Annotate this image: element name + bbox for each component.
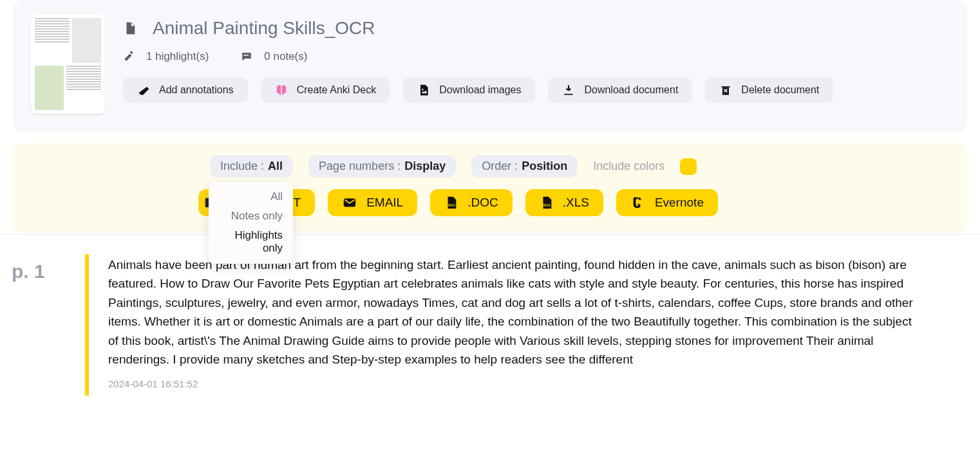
export-doc-label: .DOC (467, 196, 498, 210)
page-numbers-filter[interactable]: Page numbers : Display (308, 155, 456, 178)
email-icon (342, 196, 357, 210)
page-numbers-label: Page numbers : (319, 160, 400, 173)
trash-icon (719, 84, 732, 97)
title-row: Animal Painting Skills_OCR (123, 18, 949, 39)
svg-text:DOC: DOC (448, 203, 455, 207)
document-thumbnail[interactable] (31, 14, 105, 114)
marker-icon (137, 84, 150, 97)
evernote-icon (630, 196, 646, 210)
pdf-file-icon (123, 20, 137, 37)
svg-text:DOC: DOC (543, 203, 551, 207)
export-doc-button[interactable]: DOC .DOC (430, 189, 513, 216)
include-filter-value: All (268, 160, 283, 173)
create-anki-label: Create Anki Deck (297, 84, 377, 96)
doc-file-icon: DOC (444, 196, 458, 210)
order-filter[interactable]: Order : Position (471, 155, 578, 178)
export-email-label: EMAIL (366, 196, 403, 210)
brain-icon (275, 84, 288, 97)
highlight-text: Animals have been part of human art from… (108, 255, 916, 369)
svg-rect-0 (244, 55, 249, 56)
document-header-card: Animal Painting Skills_OCR 1 highlight(s… (13, 0, 967, 132)
add-annotations-label: Add annotations (159, 84, 234, 96)
include-colors-label: Include colors (593, 160, 664, 173)
download-images-button[interactable]: Download images (403, 77, 535, 103)
download-icon (562, 84, 575, 97)
highlighter-icon (123, 51, 135, 62)
export-evernote-label: Evernote (655, 196, 704, 210)
svg-point-1 (422, 89, 424, 91)
page-numbers-value: Display (404, 160, 446, 173)
export-xls-button[interactable]: DOC .XLS (525, 189, 603, 216)
download-images-label: Download images (439, 84, 521, 96)
include-dropdown: All Notes only Highlights only (209, 182, 293, 264)
note-icon (241, 51, 252, 62)
color-swatch-yellow[interactable] (680, 158, 697, 175)
order-label: Order : (482, 160, 518, 173)
dropdown-item-notes-only[interactable]: Notes only (209, 207, 293, 226)
dropdown-item-highlights-only[interactable]: Highlights only (209, 226, 293, 259)
xls-file-icon: DOC (540, 196, 554, 210)
delete-document-button[interactable]: Delete document (705, 77, 833, 103)
download-document-label: Download document (584, 84, 678, 96)
add-annotations-button[interactable]: Add annotations (123, 77, 248, 103)
highlights-count: 1 highlight(s) (146, 50, 209, 63)
export-evernote-button[interactable]: Evernote (616, 189, 718, 216)
highlight-timestamp: 2024-04-01 16:51:52 (108, 378, 916, 389)
document-title: Animal Painting Skills_OCR (153, 18, 375, 39)
include-filter-label: Include : (220, 160, 264, 173)
notes-count: 0 note(s) (264, 50, 307, 63)
order-value: Position (522, 160, 567, 173)
export-xls-label: .XLS (563, 196, 589, 210)
delete-document-label: Delete document (741, 84, 819, 96)
export-email-button[interactable]: EMAIL (328, 189, 417, 216)
export-panel: Include : All All Notes only Highlights … (13, 143, 967, 233)
create-anki-button[interactable]: Create Anki Deck (261, 77, 391, 103)
include-filter[interactable]: Include : All All Notes only Highlights … (210, 155, 293, 178)
highlight-body: Animals have been part of human art from… (85, 254, 916, 396)
dropdown-item-all[interactable]: All (209, 187, 293, 207)
image-file-icon (417, 84, 430, 97)
page-indicator: p. 1 (12, 254, 85, 282)
download-document-button[interactable]: Download document (548, 77, 692, 103)
highlight-section: p. 1 Animals have been part of human art… (0, 235, 980, 421)
